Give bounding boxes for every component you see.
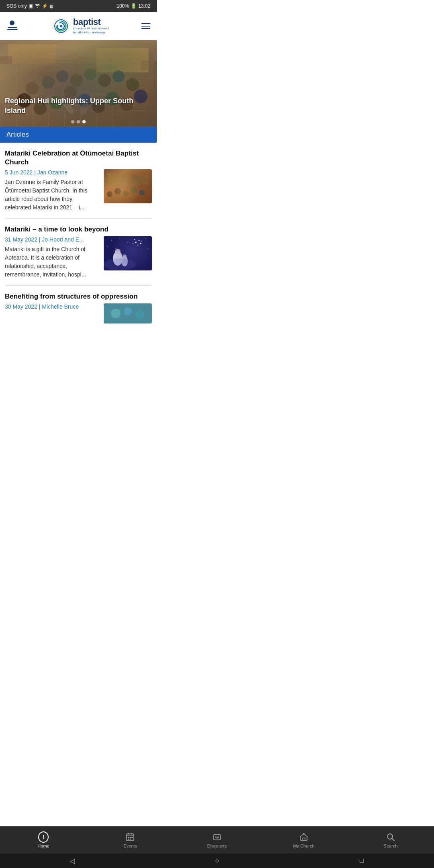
article-thumb-1	[104, 169, 152, 203]
article-thumb-3	[104, 303, 152, 323]
svg-point-49	[115, 248, 116, 249]
app-header: baptist churches of new zealand te hāhi …	[0, 12, 157, 40]
article-row-2: 31 May 2022 | Jo Hood and E... Matariki …	[5, 236, 152, 279]
hamburger-line-2	[141, 26, 150, 27]
article-item-1[interactable]: Matariki Celebration at Ōtūmoetai Baptis…	[5, 143, 152, 219]
logo-text-container: baptist churches of new zealand te hāhi …	[73, 18, 109, 34]
svg-point-59	[124, 307, 132, 315]
article-item-3[interactable]: Benefiting from structures of oppression…	[5, 286, 152, 327]
article-excerpt-1: Jan Ozanne is Family Pastor at Ōtūmoetai…	[5, 178, 100, 212]
status-left: SOS only ▣ ⚡ ▦	[6, 3, 53, 9]
svg-point-50	[147, 248, 148, 249]
articles-section-title: Articles	[6, 131, 29, 138]
svg-point-60	[135, 310, 144, 319]
svg-point-39	[139, 240, 140, 241]
svg-point-46	[119, 238, 120, 239]
svg-rect-2	[7, 29, 18, 30]
svg-point-42	[134, 239, 135, 240]
articles-list: Matariki Celebration at Ōtūmoetai Baptis…	[0, 143, 157, 327]
logo-subtitle1: churches of new zealand	[73, 27, 109, 31]
dot-3[interactable]	[82, 120, 86, 123]
logo-brand-name: baptist	[73, 18, 109, 27]
profile-button[interactable]	[6, 19, 19, 33]
article-title-1: Matariki Celebration at Ōtūmoetai Baptis…	[5, 149, 152, 167]
articles-section-header: Articles	[0, 127, 157, 143]
article-row-1: 5 Jun 2022 | Jan Ozanne Jan Ozanne is Fa…	[5, 169, 152, 212]
usb-icon: ⚡	[42, 3, 48, 9]
wifi-icon	[35, 3, 40, 9]
dot-1[interactable]	[71, 120, 74, 123]
article-meta-3: 30 May 2022 | Michelle Bruce	[5, 303, 100, 310]
svg-point-45	[111, 240, 112, 241]
article-row-3: 30 May 2022 | Michelle Bruce	[5, 303, 152, 323]
svg-point-58	[111, 309, 121, 318]
svg-point-35	[139, 190, 145, 195]
extra-icon: ▦	[49, 4, 53, 8]
svg-point-51	[145, 238, 146, 239]
hamburger-line-3	[141, 28, 150, 29]
article-meta-2: 31 May 2022 | Jo Hood and E...	[5, 236, 100, 243]
svg-point-34	[131, 187, 137, 193]
time-text: 13:02	[138, 3, 150, 9]
thumb-image-1	[104, 169, 152, 203]
article-text-1: 5 Jun 2022 | Jan Ozanne Jan Ozanne is Fa…	[5, 169, 100, 212]
svg-rect-31	[132, 175, 148, 185]
svg-point-53	[115, 249, 121, 254]
svg-point-55	[123, 254, 127, 258]
sos-text: SOS only	[6, 3, 27, 9]
hamburger-menu-button[interactable]	[141, 23, 150, 29]
hamburger-line-1	[141, 23, 150, 24]
thumb-image-2	[104, 236, 152, 270]
article-item-2[interactable]: Matariki – a time to look beyond 31 May …	[5, 219, 152, 286]
svg-point-54	[121, 256, 128, 266]
svg-point-43	[141, 241, 142, 242]
article-title-2: Matariki – a time to look beyond	[5, 225, 152, 234]
status-bar: SOS only ▣ ⚡ ▦ 100% 🔋 13:02	[0, 0, 157, 12]
svg-rect-1	[8, 27, 17, 28]
article-title-3: Benefiting from structures of oppression	[5, 292, 152, 301]
svg-point-48	[107, 246, 108, 247]
sim-icon: ▣	[29, 3, 33, 9]
battery-icon: 🔋	[131, 3, 137, 9]
svg-rect-29	[104, 169, 152, 203]
hero-slider[interactable]: Regional Hui highlights: Upper South Isl…	[0, 40, 157, 127]
article-text-2: 31 May 2022 | Jo Hood and E... Matariki …	[5, 236, 100, 279]
logo-subtitle2: te hāhi iriiri o aotearoa	[73, 31, 109, 35]
svg-point-47	[127, 242, 128, 243]
svg-point-33	[123, 190, 129, 196]
slider-dots	[71, 120, 86, 123]
svg-point-38	[135, 242, 137, 243]
svg-point-32	[115, 188, 121, 194]
svg-point-36	[107, 191, 113, 197]
article-meta-1: 5 Jun 2022 | Jan Ozanne	[5, 169, 100, 176]
svg-point-4	[60, 25, 62, 27]
status-right: 100% 🔋 13:02	[117, 3, 150, 9]
article-thumb-2	[104, 236, 152, 270]
svg-point-40	[140, 243, 141, 244]
article-excerpt-2: Matariki is a gift to the Church of Aote…	[5, 245, 100, 279]
svg-point-0	[10, 20, 14, 25]
svg-point-44	[133, 243, 133, 244]
battery-text: 100%	[117, 3, 129, 9]
svg-point-56	[104, 258, 136, 270]
article-text-3: 30 May 2022 | Michelle Bruce	[5, 303, 100, 312]
svg-rect-30	[108, 173, 128, 185]
svg-rect-37	[104, 236, 152, 270]
svg-point-52	[113, 251, 123, 266]
hero-caption: Regional Hui highlights: Upper South Isl…	[5, 96, 152, 115]
app-logo: baptist churches of new zealand te hāhi …	[52, 17, 109, 35]
svg-point-41	[137, 245, 139, 246]
dot-2[interactable]	[77, 120, 80, 123]
